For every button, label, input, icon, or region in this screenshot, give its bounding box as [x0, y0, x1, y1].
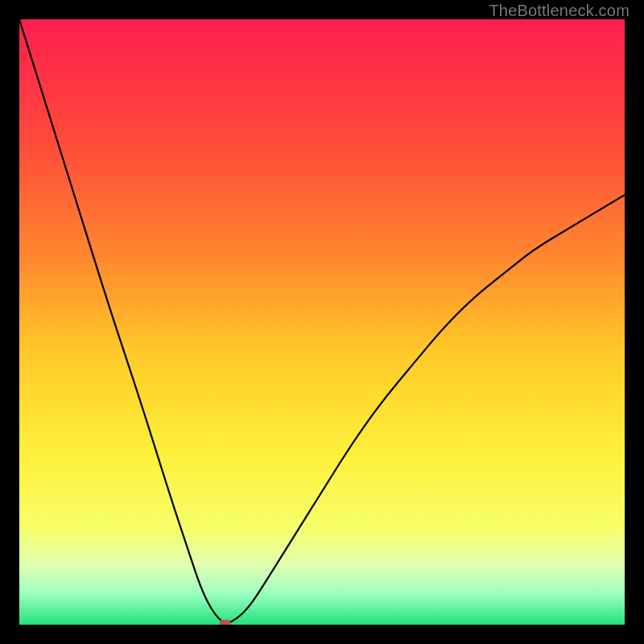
watermark-label: TheBottleneck.com [489, 2, 630, 20]
gradient-background [19, 19, 625, 625]
chart-frame [19, 19, 625, 625]
bottleneck-chart [19, 19, 625, 625]
minimum-marker [220, 620, 231, 625]
